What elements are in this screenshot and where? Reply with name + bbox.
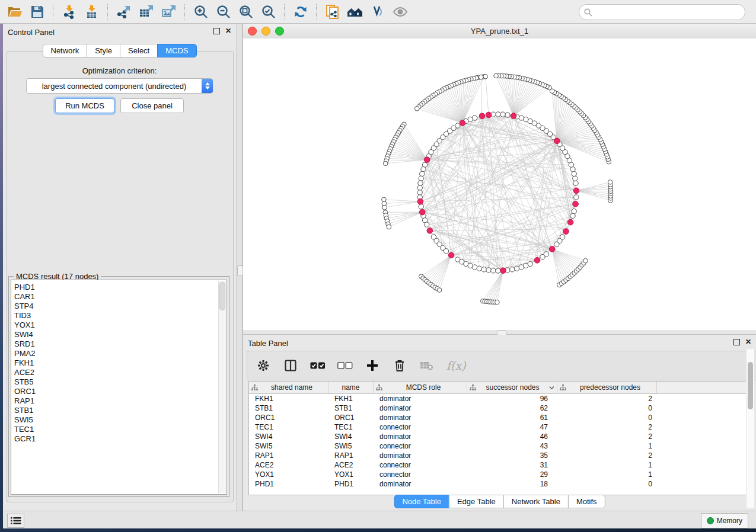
tab-select[interactable]: Select (120, 44, 158, 57)
mcds-hub-node[interactable] (419, 209, 425, 215)
import-table-button[interactable] (81, 2, 103, 21)
mcds-hub-node[interactable] (573, 188, 579, 194)
mcds-result-item[interactable]: SWI5 (14, 415, 227, 425)
mcds-hub-node[interactable] (563, 229, 569, 235)
ring-node[interactable] (572, 171, 576, 176)
mcds-result-item[interactable]: TID3 (14, 311, 227, 321)
table-scrollbar[interactable] (746, 349, 754, 508)
mcds-result-item[interactable]: FKH1 (14, 358, 227, 368)
mcds-hub-node[interactable] (460, 120, 465, 126)
mcds-hub-node[interactable] (486, 112, 492, 118)
horizontal-splitter[interactable] (243, 331, 756, 335)
create-column-button[interactable] (365, 358, 380, 373)
table-row[interactable]: RAP1RAP1dominator352 (249, 451, 749, 460)
show-graphics-button[interactable] (389, 2, 412, 21)
mcds-result-item[interactable]: STB5 (14, 377, 227, 387)
mcds-result-item[interactable]: ORC1 (14, 387, 227, 396)
ring-node[interactable] (486, 268, 491, 273)
ring-node[interactable] (528, 261, 532, 266)
mcds-hub-node[interactable] (567, 219, 573, 225)
refresh-button[interactable] (289, 2, 312, 21)
tab-mcds[interactable]: MCDS (157, 44, 196, 57)
mcds-hub-node[interactable] (573, 201, 579, 207)
criterion-dropdown[interactable]: largest connected component (undirected) (26, 78, 213, 94)
ring-node[interactable] (500, 112, 505, 117)
close-icon[interactable]: ✕ (225, 28, 231, 34)
task-history-button[interactable] (7, 514, 24, 528)
ring-node[interactable] (444, 249, 448, 254)
ring-node[interactable] (477, 266, 481, 271)
table-row[interactable]: TEC1TEC1connector472 (249, 422, 749, 432)
close-icon[interactable]: ✕ (745, 339, 751, 345)
mcds-result-item[interactable]: ACE2 (14, 368, 227, 377)
open-file-button[interactable] (4, 2, 26, 21)
table-row[interactable]: ORC1ORC1dominator610 (249, 413, 749, 422)
mcds-hub-node[interactable] (554, 138, 560, 144)
mcds-hub-node[interactable] (500, 268, 506, 274)
search-input[interactable] (593, 7, 745, 18)
ring-node[interactable] (572, 209, 576, 213)
mcds-hub-node[interactable] (479, 113, 485, 119)
mcds-result-item[interactable]: STB1 (14, 406, 227, 415)
ring-node[interactable] (573, 181, 578, 185)
ring-node[interactable] (491, 268, 496, 273)
ring-node[interactable] (419, 204, 423, 209)
mcds-hub-node[interactable] (417, 198, 423, 204)
deselect-all-button[interactable] (337, 358, 353, 373)
memory-button[interactable]: Memory (701, 513, 748, 528)
mcds-result-item[interactable]: RAP1 (14, 396, 227, 406)
mcds-result-item[interactable]: CAR1 (14, 292, 227, 302)
ring-node[interactable] (505, 113, 510, 117)
leaf-node[interactable] (483, 74, 488, 79)
zoom-selected-button[interactable] (257, 2, 280, 21)
mcds-result-item[interactable]: TEC1 (14, 425, 227, 434)
list-scrollbar-thumb[interactable] (219, 282, 225, 310)
clone-network-button[interactable] (321, 2, 344, 21)
column-header-successor-nodes[interactable]: successor nodes (467, 382, 557, 393)
ring-node[interactable] (424, 222, 429, 227)
mcds-hub-node[interactable] (549, 246, 555, 252)
mcds-result-list[interactable]: PHD1CAR1STP4TID3YOX1SWI4SRD1PMA2FKH1ACE2… (11, 280, 227, 495)
export-network-button[interactable] (113, 2, 135, 21)
network-analyzer-button[interactable] (344, 2, 366, 21)
splitter-grip[interactable] (237, 265, 243, 276)
float-window-icon[interactable] (733, 339, 740, 345)
leaf-node[interactable] (494, 73, 499, 78)
ring-node[interactable] (417, 190, 422, 195)
mcds-result-item[interactable]: SRD1 (14, 339, 227, 349)
mcds-result-item[interactable]: STP4 (14, 302, 227, 311)
select-all-button[interactable] (310, 358, 326, 373)
table-row[interactable]: YOX1YOX1connector291 (249, 470, 749, 479)
mcds-hub-node[interactable] (424, 157, 430, 163)
zoom-fit-button[interactable] (235, 2, 257, 21)
leaf-node[interactable] (414, 107, 419, 111)
mcds-result-item[interactable]: GCR1 (14, 434, 227, 444)
ring-node[interactable] (420, 171, 425, 176)
column-header-shared-name[interactable]: shared name (249, 382, 328, 393)
run-mcds-button[interactable]: Run MCDS (55, 98, 114, 113)
tab-motifs[interactable]: Motifs (568, 495, 605, 508)
ring-node[interactable] (419, 176, 423, 181)
leaf-node[interactable] (479, 75, 483, 79)
leaf-node[interactable] (608, 180, 613, 185)
ring-node[interactable] (481, 267, 486, 272)
list-scrollbar[interactable] (218, 281, 226, 493)
ring-node[interactable] (418, 181, 423, 185)
export-image-button[interactable] (158, 2, 180, 21)
zoom-out-button[interactable] (212, 2, 235, 21)
leaf-node[interactable] (387, 225, 391, 229)
hide-charts-button[interactable] (366, 2, 389, 21)
export-table-button[interactable] (135, 2, 158, 21)
column-header-name[interactable]: name (328, 382, 374, 393)
ring-node[interactable] (510, 267, 515, 272)
save-session-button[interactable] (26, 2, 49, 21)
leaf-node[interactable] (437, 288, 442, 293)
leaf-node[interactable] (550, 89, 554, 94)
table-row[interactable]: SWI4SWI4dominator462 (249, 432, 749, 441)
ring-node[interactable] (573, 176, 578, 181)
mcds-hub-node[interactable] (448, 252, 454, 258)
vertical-splitter[interactable] (236, 24, 243, 511)
ring-node[interactable] (417, 185, 422, 190)
ring-node[interactable] (514, 266, 519, 271)
ring-node[interactable] (496, 112, 500, 117)
